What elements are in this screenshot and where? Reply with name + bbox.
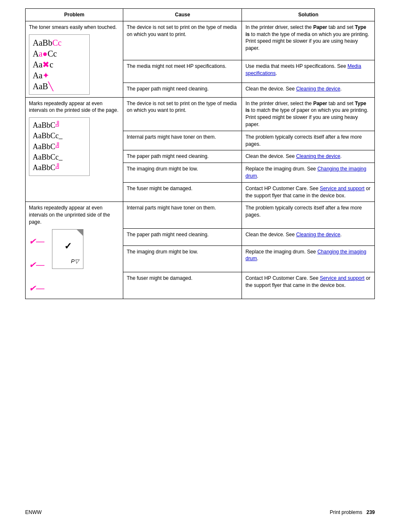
cause-cell-2-4: The imaging drum might be low. <box>123 163 242 183</box>
page-wrapper: Problem Cause Solution The toner smears … <box>0 0 400 341</box>
solution-cell-2-2: The problem typically corrects itself af… <box>242 131 375 150</box>
smear-image: AaBbCc Aa●Cc Aa✖c Aa✦ AaB╲ <box>33 37 86 92</box>
cause-text-3-2: The paper path might need cleaning. <box>127 232 208 238</box>
cause-cell-3-3: The imaging drum might be low. <box>123 245 242 272</box>
cause-cell-3-2: The paper path might need cleaning. <box>123 228 242 245</box>
problem-text-2: Marks repeatedly appear at even interval… <box>29 101 118 114</box>
bold-type-2: Type is <box>245 101 366 114</box>
footer-page-info: Print problems 239 <box>330 509 375 515</box>
solution-cell-2-3: Clean the device. See Cleaning the devic… <box>242 150 375 163</box>
smear-line-5: AaB╲ <box>33 81 86 92</box>
bird-marks-container: ✔― ✔― ✔― <box>29 235 44 294</box>
bold-paper-2: Paper <box>313 101 327 106</box>
changing-drum-link-2[interactable]: Changing the imaging drum <box>245 249 366 262</box>
repeat-line-1: AaBbC╝ <box>33 120 86 131</box>
service-support-link-1[interactable]: Service and support <box>320 186 365 191</box>
solution-cell-1-1: In the printer driver, select the Paper … <box>242 21 375 60</box>
page-footer: ENWW Print problems 239 <box>0 505 400 519</box>
cause-cell-1-3: The paper path might need cleaning. <box>123 83 242 97</box>
cause-text-1-3: The paper path might need cleaning. <box>127 86 208 92</box>
footer-enww: ENWW <box>25 509 42 515</box>
table-row: The toner smears easily when touched. Aa… <box>26 21 375 60</box>
problem-cell-3: Marks repeatedly appear at even interval… <box>26 202 123 299</box>
paper-shape: ✓ P▽ <box>52 229 83 269</box>
problem-cell-2: Marks repeatedly appear at even interval… <box>26 97 123 202</box>
cleaning-device-link-1[interactable]: Cleaning the device <box>296 86 340 92</box>
repeat-image: AaBbC╝ AaBbCc_ AaBbC╝ AaBbCc_ AaBbC╝ <box>33 120 86 173</box>
bold-paper-1: Paper <box>313 24 327 30</box>
cause-cell-2-5: The fuser might be damaged. <box>123 182 242 202</box>
solution-text-1-3: Clean the device. See Cleaning the devic… <box>245 86 342 92</box>
footer-page-number: 239 <box>366 509 375 515</box>
header-cause: Cause <box>123 9 242 21</box>
cause-cell-3-1: Internal parts might have toner on them. <box>123 202 242 229</box>
solution-text-3-2: Clean the device. See Cleaning the devic… <box>245 232 342 238</box>
media-specs-link[interactable]: Media specifications <box>245 63 361 76</box>
solution-cell-3-4: Contact HP Customer Care. See Service an… <box>242 272 375 299</box>
service-support-link-2[interactable]: Service and support <box>320 275 365 281</box>
bird-mark-3: ✔― <box>29 282 44 294</box>
solution-cell-3-2: Clean the device. See Cleaning the devic… <box>242 228 375 245</box>
main-table: Problem Cause Solution The toner smears … <box>25 8 375 299</box>
solution-text-2-1: In the printer driver, select the Paper … <box>245 101 368 127</box>
header-problem: Problem <box>26 9 123 21</box>
smear-line-4: Aa✦ <box>33 70 86 81</box>
cleaning-device-link-2[interactable]: Cleaning the device <box>296 153 340 159</box>
repeat-line-2: AaBbCc_ <box>33 131 86 141</box>
unprinted-image-container: ✓ P▽ ✔― ✔― ✔― <box>29 229 88 296</box>
solution-text-3-1: The problem typically corrects itself af… <box>245 205 361 218</box>
table-row: Marks repeatedly appear at even interval… <box>26 202 375 229</box>
bold-type-1: Type is <box>245 24 366 37</box>
paper-corner-fold <box>77 230 83 236</box>
pv-symbol: P▽ <box>71 258 79 265</box>
solution-text-1-1: In the printer driver, select the Paper … <box>245 24 369 51</box>
repeat-line-4: AaBbCc_ <box>33 152 86 163</box>
cause-text-2-3: The paper path might need cleaning. <box>127 153 208 159</box>
smear-line-1: AaBbCc <box>33 37 86 48</box>
cause-text-2-1: The device is not set to print on the ty… <box>127 101 236 114</box>
smear-line-2: Aa●Cc <box>33 48 86 59</box>
solution-cell-2-1: In the printer driver, select the Paper … <box>242 97 375 131</box>
solution-text-2-3: Clean the device. See Cleaning the devic… <box>245 153 342 159</box>
solution-cell-1-2: Use media that meets HP specifications. … <box>242 60 375 83</box>
repeat-image-box: AaBbC╝ AaBbCc_ AaBbC╝ AaBbCc_ AaBbC╝ <box>29 117 90 176</box>
cause-text-3-4: The fuser might be damaged. <box>127 275 192 281</box>
problem-cell-1: The toner smears easily when touched. Aa… <box>26 21 123 97</box>
solution-text-2-4: Replace the imaging drum. See Changing t… <box>245 166 366 179</box>
cause-text-2-5: The fuser might be damaged. <box>127 186 192 191</box>
cause-cell-2-2: Internal parts might have toner on them. <box>123 131 242 150</box>
solution-cell-3-1: The problem typically corrects itself af… <box>242 202 375 229</box>
cause-cell-2-3: The paper path might need cleaning. <box>123 150 242 163</box>
smear-line-3: Aa✖c <box>33 59 86 70</box>
solution-text-1-2: Use media that meets HP specifications. … <box>245 63 361 76</box>
table-row: Marks repeatedly appear at even interval… <box>26 97 375 131</box>
cause-text-2-4: The imaging drum might be low. <box>127 166 198 172</box>
cause-text-1-2: The media might not meet HP specificatio… <box>127 63 226 69</box>
bird-mark-2: ✔― <box>29 259 44 271</box>
solution-text-2-5: Contact HP Customer Care. See Service an… <box>245 186 370 199</box>
repeat-line-5: AaBbC╝ <box>33 163 86 173</box>
cause-text-2-2: Internal parts might have toner on them. <box>127 134 216 140</box>
footer-label: Print problems <box>330 509 362 515</box>
solution-cell-2-4: Replace the imaging drum. See Changing t… <box>242 163 375 183</box>
solution-cell-1-3: Clean the device. See Cleaning the devic… <box>242 83 375 97</box>
bird-mark-1: ✔― <box>29 235 44 247</box>
cleaning-device-link-3[interactable]: Cleaning the device <box>296 232 340 238</box>
check-symbol: ✓ <box>64 240 72 253</box>
repeat-line-3: AaBbC╝ <box>33 142 86 152</box>
solution-text-2-2: The problem typically corrects itself af… <box>245 134 361 147</box>
cause-cell-1-1: The device is not set to print on the ty… <box>123 21 242 60</box>
problem-text-3: Marks repeatedly appear at even interval… <box>29 205 110 225</box>
cause-cell-2-1: The device is not set to print on the ty… <box>123 97 242 131</box>
problem-text-1: The toner smears easily when touched. <box>29 24 117 30</box>
changing-drum-link-1[interactable]: Changing the imaging drum <box>245 166 366 179</box>
smear-image-box: AaBbCc Aa●Cc Aa✖c Aa✦ AaB╲ <box>29 34 90 95</box>
header-solution: Solution <box>242 9 375 21</box>
solution-text-3-3: Replace the imaging drum. See Changing t… <box>245 249 366 262</box>
solution-text-3-4: Contact HP Customer Care. See Service an… <box>245 275 370 288</box>
solution-cell-3-3: Replace the imaging drum. See Changing t… <box>242 245 375 272</box>
cause-text-3-3: The imaging drum might be low. <box>127 249 198 255</box>
cause-text-3-1: Internal parts might have toner on them. <box>127 205 216 211</box>
solution-cell-2-5: Contact HP Customer Care. See Service an… <box>242 182 375 202</box>
cause-text-1-1: The device is not set to print on the ty… <box>127 24 236 37</box>
